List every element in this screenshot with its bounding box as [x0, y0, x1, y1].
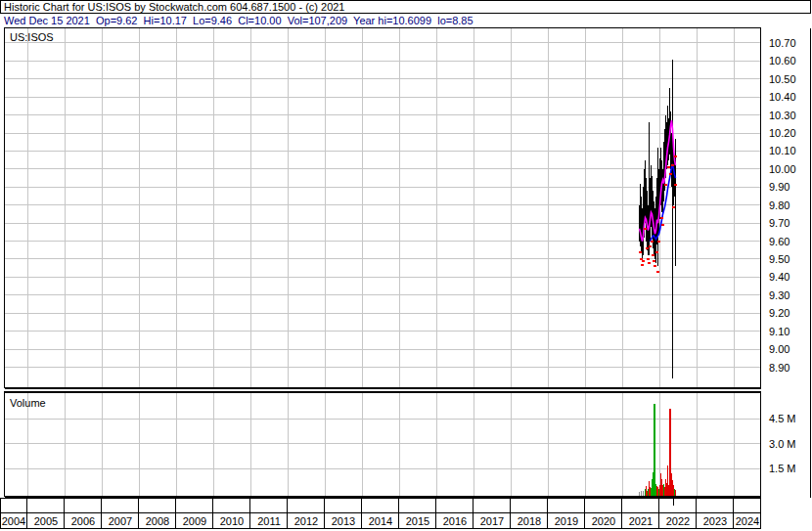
price-axis-label: 9.70: [769, 216, 810, 230]
price-axis-label: 10.50: [769, 72, 810, 86]
price-axis-label: 10.10: [769, 144, 810, 157]
year-label: 2011: [251, 514, 287, 528]
year-label: 2013: [326, 514, 361, 528]
year-label: 2004: [0, 514, 31, 528]
year-label: 2018: [512, 514, 547, 528]
panel-borders: [1, 1, 811, 499]
quote-info-line: Wed Dec 15 2021 Op=9.62 Hi=10.17 Lo=9.46…: [4, 15, 474, 27]
price-axis-label: 10.30: [769, 109, 810, 122]
year-label: 2020: [586, 514, 621, 528]
year-label: 2010: [214, 514, 249, 528]
year-label: 2016: [437, 514, 473, 528]
year-label: 2023: [698, 514, 733, 528]
year-label: 2024: [730, 514, 765, 528]
price-axis-label: 10.60: [769, 54, 810, 67]
year-label: 2009: [177, 514, 212, 528]
volume-axis-label: 4.5 M: [769, 412, 810, 425]
year-label: 2008: [140, 514, 175, 528]
volume-axis-label: 1.5 M: [769, 462, 810, 475]
price-axis-label: 9.00: [769, 342, 810, 356]
chart-canvas: [0, 0, 812, 531]
volume-axis-label: 3.0 M: [769, 437, 810, 451]
price-axis-label: 9.90: [769, 180, 810, 194]
price-axis-label: 10.20: [769, 126, 810, 140]
price-axis-label: 10.40: [769, 90, 810, 104]
price-axis-label: 9.20: [769, 306, 810, 320]
price-axis-label: 10.70: [769, 36, 810, 50]
price-axis-label: 9.40: [769, 270, 810, 284]
price-axis-label: 9.30: [769, 288, 810, 302]
price-axis-label: 8.90: [769, 361, 810, 375]
volume-panel-label: Volume: [10, 397, 46, 410]
year-label: 2019: [549, 514, 584, 528]
price-axis-label: 10.00: [769, 162, 810, 176]
year-label: 2014: [363, 514, 398, 528]
year-label: 2007: [103, 514, 138, 528]
price-axis-label: 9.10: [769, 325, 810, 338]
year-label: 2006: [66, 514, 101, 528]
price-axis-label: 9.50: [769, 252, 810, 266]
year-label: 2005: [28, 514, 64, 528]
grid-lines: [5, 28, 760, 496]
year-label: 2015: [400, 514, 435, 528]
year-label: 2017: [474, 514, 510, 528]
stock-chart-window: Historic Chart for US:ISOS by Stockwatch…: [0, 0, 812, 531]
price-axis-label: 9.60: [769, 235, 810, 248]
symbol-label: US:ISOS: [10, 31, 54, 44]
chart-title: Historic Chart for US:ISOS by Stockwatch…: [4, 1, 344, 14]
year-label: 2021: [623, 514, 658, 528]
year-label: 2022: [660, 514, 696, 528]
price-axis-label: 9.80: [769, 199, 810, 212]
volume-bars: [639, 404, 676, 496]
year-label: 2012: [289, 514, 324, 528]
